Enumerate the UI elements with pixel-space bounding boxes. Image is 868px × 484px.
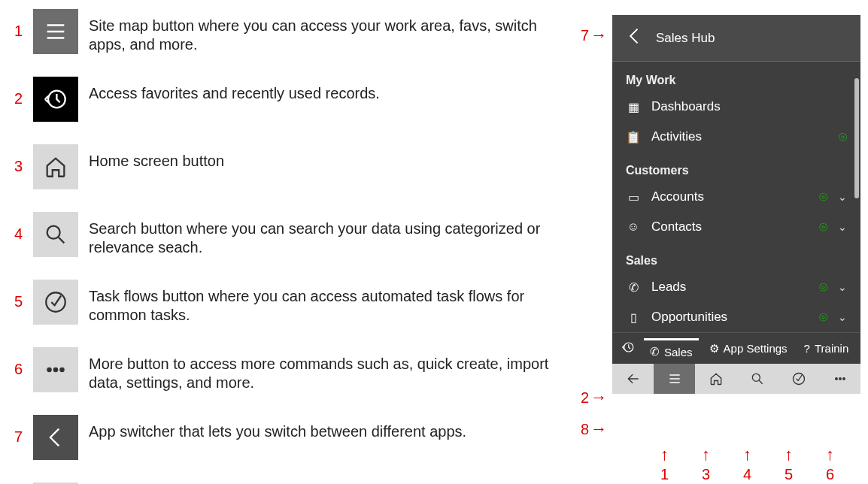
chevron-down-icon[interactable]: ⌄ [838,191,847,203]
legend-text: Search button where you can search your … [89,212,579,257]
sitemap-item-label: Activities [651,129,828,144]
tab-sales[interactable]: ✆ Sales [644,338,699,358]
chevron-down-icon[interactable]: ⌄ [838,281,847,293]
sitemap-item-label: Dashboards [651,99,847,114]
legend-text: Home screen button [89,144,579,171]
gear-icon: ⚙ [709,342,719,355]
arrow-right-icon [590,419,607,439]
offline-icon: ⦾ [819,311,827,324]
recent-icon [33,77,78,122]
leads-icon: ✆ [626,280,641,295]
bottom-back[interactable] [612,364,654,394]
callout-number: 1 [660,466,669,483]
taskflow-icon [33,280,78,325]
callout: 7 [581,26,607,45]
svg-point-8 [793,374,804,385]
legend-text: More button to access more commands such… [89,347,579,392]
bottom-search[interactable] [736,364,778,394]
legend-row: 7 App switcher that lets you switch betw… [0,415,579,460]
bottom-sitemap[interactable] [654,364,695,394]
svg-point-2 [46,292,65,312]
callout: 8 [581,419,607,439]
callout-number: 3 [702,466,710,483]
arrow-up-icon [785,445,793,464]
svg-point-5 [60,368,63,371]
legend-number: 2 [6,77,23,107]
bottom-taskflow[interactable] [778,364,819,394]
app-switcher-header[interactable]: Sales Hub [612,15,860,62]
callout-number: 5 [785,466,793,483]
tab-training[interactable]: ? Trainin [798,342,855,355]
help-icon: ? [804,342,810,355]
sitemap-item-dashboards[interactable]: ▦ Dashboards [612,92,860,122]
callout-number: 7 [581,27,589,44]
legend-number: 6 [6,347,23,378]
arrow-up-icon [826,445,834,464]
svg-point-11 [842,378,845,380]
mobile-sitemap-panel: Sales Hub My Work ▦ Dashboards 📋 Activit… [612,15,860,394]
arrow-right-icon [590,388,607,407]
bottom-more[interactable] [819,364,860,394]
legend-row: 6 More button to access more commands su… [0,347,579,392]
more-icon [33,347,78,392]
arrow-up-icon [660,445,669,464]
sitemap-item-accounts[interactable]: ▭ Accounts ⦾ ⌄ [612,182,860,212]
offline-icon: ⦾ [819,221,827,234]
legend-row: 3 Home screen button [0,144,579,189]
callout: 3 [702,445,710,483]
chevron-down-icon[interactable]: ⌄ [838,221,847,233]
dashboard-icon: ▦ [626,100,641,114]
sitemap-item-leads[interactable]: ✆ Leads ⦾ ⌄ [612,272,860,302]
recent-icon[interactable] [617,340,639,357]
callout-number: 4 [743,466,751,483]
callout-number: 8 [581,421,589,438]
callout: 4 [743,445,751,483]
svg-point-1 [47,226,60,239]
section-title: My Work [612,62,860,92]
sitemap-item-contacts[interactable]: ☺ Contacts ⦾ ⌄ [612,212,860,242]
callout: 6 [826,445,834,483]
callout: 1 [660,445,669,483]
callout: 5 [785,445,793,483]
hamburger-icon [33,9,78,54]
scrollbar[interactable] [854,78,859,198]
legend-number: 1 [6,9,23,40]
activity-icon: 📋 [626,130,641,144]
sitemap-item-label: Contacts [651,219,809,234]
bottom-home[interactable] [695,364,736,394]
tab-label: App Settings [724,342,788,355]
sitemap-item-label: Opportunities [651,310,809,325]
legend-text: App switcher that lets you switch betwee… [89,415,579,441]
sitemap-item-label: Leads [651,280,809,295]
legend-number: 3 [6,144,23,175]
section-title: Sales [612,242,860,272]
opportunity-icon: ▯ [626,310,641,325]
legend-text: Task flows button where you can access a… [89,280,579,325]
tab-label: Sales [664,346,693,358]
sitemap-item-activities[interactable]: 📋 Activities ⦾ [612,122,860,152]
arrow-right-icon [590,26,607,45]
section-title: Customers [612,152,860,182]
svg-point-7 [752,374,760,381]
app-title: Sales Hub [656,31,715,46]
legend-row: 2 Access favorites and recently used rec… [0,77,579,122]
home-icon [33,144,78,189]
legend-text: Access favorites and recently used recor… [89,77,579,103]
callout-number: 6 [826,466,834,483]
sitemap-item-opportunities[interactable]: ▯ Opportunities ⦾ ⌄ [612,302,860,332]
sitemap-item-label: Accounts [651,189,809,204]
legend-number: 7 [6,415,23,446]
phone-icon: ✆ [650,345,660,358]
chevron-down-icon[interactable]: ⌄ [838,311,847,323]
arrow-up-icon [743,445,751,464]
offline-icon: ⦾ [819,191,827,204]
svg-point-9 [835,378,837,380]
legend-row: 4 Search button where you can search you… [0,212,579,257]
work-area-tabs: ✆ Sales ⚙ App Settings ? Trainin [612,332,860,364]
sitemap-body: My Work ▦ Dashboards 📋 Activities ⦾ Cust… [612,62,860,332]
svg-point-4 [54,368,57,371]
tab-settings[interactable]: ⚙ App Settings [703,342,794,355]
legend-number: 5 [6,280,23,310]
offline-icon: ⦾ [839,131,847,144]
legend-row: 1 Site map button where you can access y… [0,9,579,54]
